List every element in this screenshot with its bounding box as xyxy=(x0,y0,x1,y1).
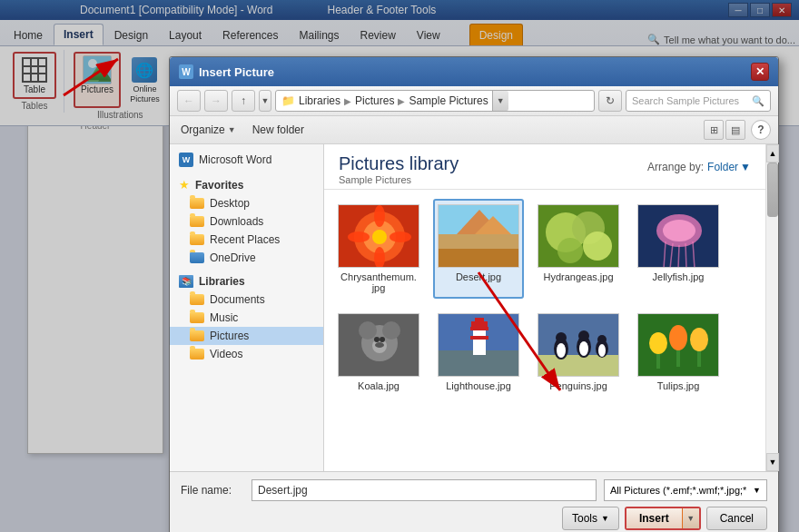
svg-point-22 xyxy=(583,232,612,261)
search-bar[interactable]: Search Sample Pictures 🔍 xyxy=(626,90,771,112)
thumbnail-chrysanthemum xyxy=(338,204,419,268)
svg-point-54 xyxy=(578,330,589,341)
insert-btn-main[interactable]: Insert xyxy=(626,508,683,528)
content-scrollbar[interactable]: ▲ ▼ xyxy=(765,144,778,471)
sidebar-videos-label: Videos xyxy=(210,348,242,360)
favorites-icon: ★ xyxy=(179,178,190,192)
dialog-toolbar: ← → ↑ ▼ 📁 Libraries ▶ Pictures ▶ Sample … xyxy=(170,86,778,116)
scroll-up-btn[interactable]: ▲ xyxy=(766,144,779,163)
file-item-hydrangeas[interactable]: Hydrangeas.jpg xyxy=(533,199,624,299)
sidebar-music-label: Music xyxy=(210,311,238,324)
file-item-lighthouse[interactable]: Lighthouse.jpg xyxy=(433,308,524,397)
up-button[interactable]: ↑ xyxy=(232,90,255,112)
file-item-koala[interactable]: Koala.jpg xyxy=(333,308,424,397)
organize-button[interactable]: Organize ▼ xyxy=(177,122,240,138)
sidebar-recent-label: Recent Places xyxy=(210,233,280,246)
sidebar-pictures-label: Pictures xyxy=(210,330,249,342)
file-type-dropdown[interactable]: All Pictures (*.emf;*.wmf;*.jpg;* ▼ xyxy=(604,479,767,501)
dialog-close-button[interactable]: ✕ xyxy=(751,63,769,81)
bottom-buttons: Tools ▼ Insert ▼ Cancel xyxy=(181,507,767,530)
tools-button[interactable]: Tools ▼ xyxy=(562,507,619,530)
svg-rect-45 xyxy=(470,327,488,330)
favorites-label: Favorites xyxy=(195,179,243,192)
arrange-dropdown[interactable]: Folder ▼ xyxy=(707,161,751,173)
file-item-chrysanthemum[interactable]: Chrysanthemum.jpg xyxy=(333,199,424,299)
onedrive-icon xyxy=(190,252,204,263)
recent-locations-button[interactable]: ▼ xyxy=(259,90,271,112)
svg-point-62 xyxy=(669,325,687,350)
search-icon: 🔍 xyxy=(752,95,764,107)
downloads-folder-icon xyxy=(190,216,204,227)
dialog-title-bar: W Insert Picture ✕ xyxy=(170,57,778,86)
sidebar-item-word[interactable]: W Microsoft Word xyxy=(170,150,323,170)
file-item-desert[interactable]: Desert.jpg xyxy=(433,199,524,299)
libraries-label: Libraries xyxy=(199,275,245,288)
insert-picture-dialog: W Insert Picture ✕ ← → ↑ ▼ 📁 Libraries ▶… xyxy=(169,56,779,532)
view-button-1[interactable]: ⊞ xyxy=(704,120,724,140)
file-name-input[interactable] xyxy=(252,479,597,501)
svg-point-60 xyxy=(649,332,667,354)
sidebar-favorites-header: ★ Favorites xyxy=(170,175,323,194)
sidebar-item-downloads[interactable]: Downloads xyxy=(170,212,323,231)
address-dropdown[interactable]: ▼ xyxy=(492,91,508,111)
address-bar: 📁 Libraries ▶ Pictures ▶ Sample Pictures… xyxy=(275,90,595,112)
sidebar-item-documents[interactable]: Documents xyxy=(170,291,323,309)
svg-point-64 xyxy=(690,328,708,351)
help-button[interactable]: ? xyxy=(751,120,771,140)
svg-rect-48 xyxy=(538,355,619,377)
pictures-folder-icon xyxy=(190,330,204,341)
sidebar-item-music[interactable]: Music xyxy=(170,309,323,327)
file-item-jellyfish[interactable]: Jellyfish.jpg xyxy=(633,199,724,299)
arrange-label: Arrange by: xyxy=(647,161,704,173)
svg-point-37 xyxy=(374,337,380,342)
address-part-1[interactable]: Libraries xyxy=(299,94,340,107)
address-part-3[interactable]: Sample Pictures xyxy=(409,94,488,107)
new-folder-button[interactable]: New folder xyxy=(249,122,308,138)
sidebar-item-pictures[interactable]: Pictures xyxy=(170,327,323,345)
svg-line-29 xyxy=(678,245,679,268)
forward-button[interactable]: → xyxy=(204,90,228,112)
file-name-row: File name: All Pictures (*.emf;*.wmf;*.j… xyxy=(181,479,767,501)
svg-point-23 xyxy=(557,238,583,263)
insert-button[interactable]: Insert ▼ xyxy=(625,507,701,530)
svg-point-12 xyxy=(348,232,370,242)
file-name-chrysanthemum: Chrysanthemum.jpg xyxy=(340,271,417,293)
file-name-label: File name: xyxy=(181,484,244,497)
dialog-bottom: File name: All Pictures (*.emf;*.wmf;*.j… xyxy=(170,471,778,532)
back-button[interactable]: ← xyxy=(177,90,201,112)
dialog-content: Arrange by: Folder ▼ Pictures library Sa… xyxy=(324,144,765,471)
scroll-thumb[interactable] xyxy=(767,163,778,217)
cancel-button[interactable]: Cancel xyxy=(706,507,767,530)
svg-line-30 xyxy=(686,243,686,268)
thumbnail-penguins xyxy=(538,313,619,377)
file-name-penguins: Penguins.jpg xyxy=(549,380,607,391)
sidebar-desktop-label: Desktop xyxy=(210,197,250,210)
view-button-2[interactable]: ▤ xyxy=(725,120,745,140)
thumbnail-hydrangeas xyxy=(538,204,619,268)
file-item-tulips[interactable]: Tulips.jpg xyxy=(633,308,724,397)
svg-point-35 xyxy=(382,321,400,340)
sidebar-item-desktop[interactable]: Desktop xyxy=(170,194,323,212)
sidebar-libraries-header: 📚 Libraries xyxy=(170,272,323,291)
address-part-2[interactable]: Pictures xyxy=(355,94,394,107)
svg-point-38 xyxy=(380,337,385,342)
file-type-value: All Pictures (*.emf;*.wmf;*.jpg;* xyxy=(610,485,746,496)
sidebar-item-onedrive[interactable]: OneDrive xyxy=(170,249,323,267)
sidebar-item-recent-places[interactable]: Recent Places xyxy=(170,231,323,249)
insert-btn-dropdown[interactable]: ▼ xyxy=(683,508,699,528)
scroll-down-btn[interactable]: ▼ xyxy=(766,453,779,471)
organize-bar: Organize ▼ New folder ⊞ ▤ ? xyxy=(170,116,778,144)
thumbnail-tulips xyxy=(637,313,719,377)
sidebar-onedrive-label: OneDrive xyxy=(210,251,256,264)
svg-point-50 xyxy=(557,343,566,358)
svg-rect-18 xyxy=(439,249,519,268)
file-name-lighthouse: Lighthouse.jpg xyxy=(446,380,511,391)
svg-point-11 xyxy=(374,247,385,268)
svg-point-51 xyxy=(556,332,567,343)
svg-point-34 xyxy=(359,321,377,340)
sidebar-item-videos[interactable]: Videos xyxy=(170,345,323,363)
refresh-button[interactable]: ↻ xyxy=(598,90,622,112)
documents-icon xyxy=(190,294,204,305)
search-placeholder: Search Sample Pictures xyxy=(632,95,748,106)
file-item-penguins[interactable]: Penguins.jpg xyxy=(533,308,624,397)
